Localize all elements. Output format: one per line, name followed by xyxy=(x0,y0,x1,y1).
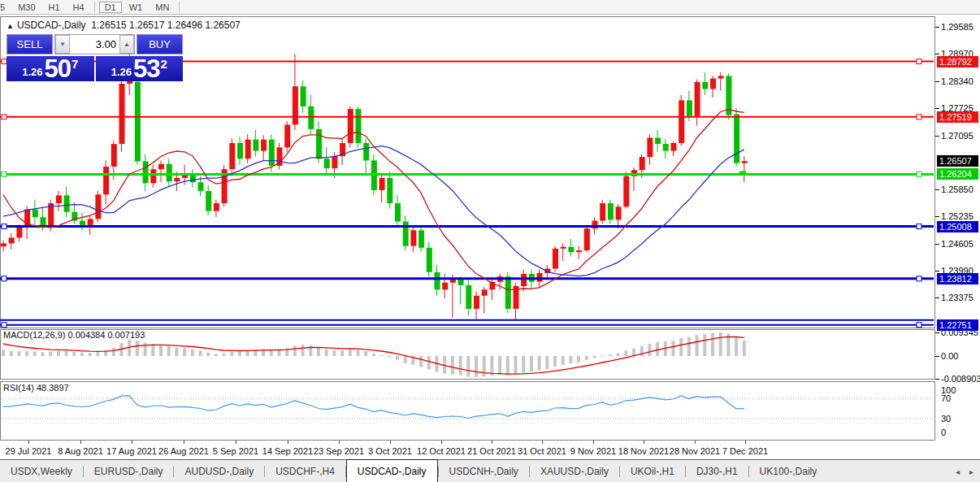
bid-price-prefix: 1.26 xyxy=(22,66,42,78)
tab-usdchf-h4[interactable]: USDCHF-,H4 xyxy=(265,460,345,482)
price-tickmark xyxy=(935,136,939,137)
date-tickmark xyxy=(288,441,288,444)
macd-tickmark xyxy=(935,379,939,380)
date-label: 14 Sep 2021 xyxy=(262,446,313,456)
date-tickmark xyxy=(441,441,442,444)
date-label: 31 Oct 2021 xyxy=(518,446,566,456)
date-tickmark xyxy=(542,441,543,444)
ask-price-pip-digit: 2 xyxy=(160,57,167,71)
sell-button[interactable]: SELL xyxy=(7,34,53,54)
macd-tickmark xyxy=(935,356,939,357)
timeframe-button-h4[interactable]: H4 xyxy=(67,2,90,13)
collapse-panel-icon[interactable]: ▲ xyxy=(7,22,14,30)
timeframe-button-mn[interactable]: MN xyxy=(150,2,175,13)
ask-price-prefix: 1.26 xyxy=(111,66,132,78)
date-axis[interactable]: 29 Jul 20218 Aug 202117 Aug 202126 Aug 2… xyxy=(0,441,935,459)
scroll-right-arrow[interactable]: ▸ xyxy=(969,467,973,476)
timeframe-button-w1[interactable]: W1 xyxy=(124,2,149,13)
chart-ohlc-header: ▲USDCAD-,Daily 1.26515 1.26517 1.26496 1… xyxy=(7,20,241,31)
date-tickmark xyxy=(339,441,340,444)
tab-usdcnh-daily[interactable]: USDCNH-,Daily xyxy=(439,460,529,482)
rsi-axis-label: 0 xyxy=(941,428,946,437)
one-click-trading-panel: SELL ▼ 3.00 ▲ BUY 1.26 50 7 1.26 53 2 xyxy=(7,34,183,81)
volume-input[interactable]: 3.00 xyxy=(70,35,119,54)
rsi-label: RSI(14) 48.3897 xyxy=(3,383,69,393)
price-tick-label: 1.25235 xyxy=(941,211,973,221)
price-tickmark xyxy=(935,54,939,54)
price-tick-label: 1.23375 xyxy=(941,293,973,302)
scroll-left-arrow[interactable]: ◂ xyxy=(956,467,960,476)
date-tickmark xyxy=(593,441,594,444)
ask-price-display[interactable]: 1.26 53 2 xyxy=(96,56,184,81)
date-label: 9 Nov 2021 xyxy=(570,446,616,456)
price-level-tag: 1.26204 xyxy=(937,168,978,180)
price-tickmark xyxy=(935,189,939,190)
timeframe-toolbar: 5M30H1H4D1W1MN xyxy=(0,0,980,15)
macd-tickmark xyxy=(935,332,939,333)
date-tickmark xyxy=(80,441,81,444)
timeframe-button-m30[interactable]: M30 xyxy=(12,2,41,13)
price-tick-label: 1.29585 xyxy=(941,22,973,32)
toolbar-separator xyxy=(179,2,180,12)
tab-uk100-daily[interactable]: UK100-,Daily xyxy=(749,460,828,482)
price-tickmark xyxy=(935,108,939,109)
rsi-indicator-pane[interactable] xyxy=(0,381,935,441)
price-tick-label: 1.24605 xyxy=(941,239,973,249)
price-level-tag: 1.22751 xyxy=(937,319,978,331)
volume-decrease-button[interactable]: ▼ xyxy=(55,35,70,54)
date-label: 3 Oct 2021 xyxy=(368,446,412,456)
price-tick-label: 1.28340 xyxy=(941,76,973,86)
rsi-axis-label: 30 xyxy=(941,414,951,423)
volume-stepper: ▼ 3.00 ▲ xyxy=(54,34,135,54)
tab-usdcad-daily[interactable]: USDCAD-,Daily xyxy=(346,459,438,482)
bid-price-big-digits: 50 xyxy=(44,58,70,80)
date-label: 18 Nov 2021 xyxy=(618,446,669,456)
ask-price-big-digits: 53 xyxy=(133,58,159,80)
price-tickmark xyxy=(935,297,939,298)
macd-axis-label: 0.00 xyxy=(941,351,958,361)
tab-ukoil-h1[interactable]: UKOil-,H1 xyxy=(620,460,685,482)
tab-eurusd-daily[interactable]: EURUSD-,Daily xyxy=(84,460,174,482)
price-tick-label: 1.25850 xyxy=(941,185,973,194)
date-label: 5 Sep 2021 xyxy=(213,446,258,456)
tab-xauusd-daily[interactable]: XAUUSD-,Daily xyxy=(530,460,619,482)
date-tickmark xyxy=(28,441,29,444)
buy-button[interactable]: BUY xyxy=(137,34,183,54)
rsi-axis-label: 70 xyxy=(941,393,951,403)
date-tickmark xyxy=(695,441,696,444)
date-tickmark xyxy=(132,441,132,444)
date-label: 8 Aug 2021 xyxy=(58,446,103,456)
tab-audusd-daily[interactable]: AUDUSD-,Daily xyxy=(174,460,264,482)
timeframe-button-h1[interactable]: H1 xyxy=(43,2,66,13)
date-tickmark xyxy=(184,441,184,444)
volume-increase-button[interactable]: ▲ xyxy=(119,35,134,54)
chart-ohlc-values: 1.26515 1.26517 1.26496 1.26507 xyxy=(91,20,241,31)
date-tickmark xyxy=(644,441,644,444)
price-level-tag: 1.23812 xyxy=(937,273,978,284)
price-axis[interactable]: 1.295851.289701.283401.277251.270951.258… xyxy=(935,16,980,459)
tab-usdx-weekly[interactable]: USDX,Weekly xyxy=(0,460,83,482)
date-tickmark xyxy=(492,441,492,444)
bid-price-display[interactable]: 1.26 50 7 xyxy=(7,56,94,81)
price-tickmark xyxy=(935,81,939,82)
timeframe-button-5[interactable]: 5 xyxy=(0,2,11,13)
timeframe-button-d1[interactable]: D1 xyxy=(99,2,122,13)
chart-tab-bar: USDX,WeeklyEURUSD-,DailyAUDUSD-,DailyUSD… xyxy=(0,459,980,482)
price-level-tag: 1.28792 xyxy=(937,56,978,67)
date-tickmark xyxy=(745,441,746,444)
price-tickmark xyxy=(935,27,939,28)
tab-dj30-h1[interactable]: DJ30-,H1 xyxy=(686,460,748,482)
price-level-tag: 1.27519 xyxy=(937,111,978,123)
date-label: 7 Dec 2021 xyxy=(722,446,768,456)
toolbar-separator xyxy=(94,2,95,12)
date-label: 12 Oct 2021 xyxy=(417,446,466,456)
macd-label: MACD(12,26,9) 0.004384 0.007193 xyxy=(3,330,145,340)
date-label: 17 Aug 2021 xyxy=(106,446,157,456)
chart-symbol-title: USDCAD-,Daily xyxy=(17,20,86,31)
macd-axis-label: -0.008903 xyxy=(941,374,980,384)
price-level-tag: 1.26507 xyxy=(937,155,978,167)
date-label: 29 Jul 2021 xyxy=(6,446,52,456)
price-tickmark xyxy=(935,216,939,217)
date-label: 23 Sep 2021 xyxy=(314,446,364,456)
date-label: 26 Aug 2021 xyxy=(158,446,209,456)
